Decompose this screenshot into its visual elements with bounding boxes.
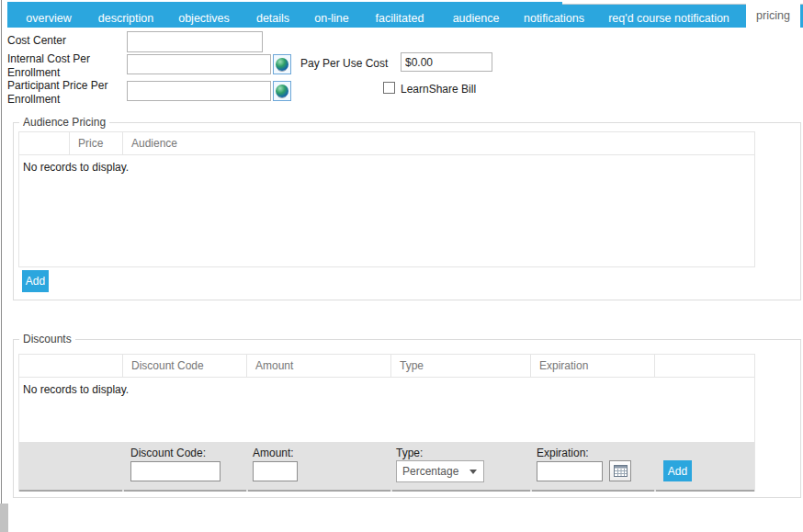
column-header-amount: Amount: [247, 355, 391, 377]
amount-field-label: Amount:: [253, 447, 294, 459]
audience-pricing-table: Price Audience No records to display.: [18, 131, 755, 267]
column-header-discount-code: Discount Code: [123, 355, 247, 377]
tab-overview[interactable]: overview: [26, 12, 71, 25]
column-header-expiration: Expiration: [531, 355, 655, 377]
discounts-add-button[interactable]: Add: [663, 460, 692, 481]
footer-border-segment: [248, 490, 390, 492]
participant-price-input[interactable]: [127, 81, 271, 101]
globe-icon: [276, 85, 288, 97]
audience-pricing-header-row: Price Audience: [19, 132, 754, 155]
footer-border-segment: [532, 490, 654, 492]
column-header-price: Price: [70, 132, 123, 154]
type-select[interactable]: Percentage: [396, 460, 484, 482]
tab-pricing[interactable]: pricing: [746, 4, 800, 28]
column-header-audience: Audience: [123, 132, 754, 154]
expiration-field-label: Expiration:: [537, 447, 589, 459]
audience-pricing-legend: Audience Pricing: [19, 116, 109, 129]
learnshare-bill-checkbox[interactable]: [383, 82, 395, 94]
internal-cost-input[interactable]: [127, 54, 271, 74]
pricing-page: { "accent_color": "#2BA6DE", "tabs": { "…: [0, 0, 803, 532]
tab-notifications[interactable]: notifications: [524, 12, 584, 25]
internal-cost-label: Internal Cost Per Enrollment: [7, 52, 116, 80]
tab-on-line[interactable]: on-line: [314, 12, 349, 25]
discount-code-field-label: Discount Code:: [130, 447, 206, 459]
tab-facilitated[interactable]: facilitated: [376, 12, 424, 25]
audience-pricing-empty-text: No records to display.: [19, 155, 754, 174]
chevron-down-icon: [469, 470, 477, 474]
footer-border-segment: [19, 490, 122, 492]
bottom-left-corner: [0, 504, 8, 532]
internal-cost-currency-button[interactable]: [273, 54, 291, 74]
discount-code-input[interactable]: [130, 461, 221, 481]
discounts-insert-row: [19, 442, 754, 492]
column-header-blank: [19, 132, 70, 154]
page-left-border: [1, 0, 2, 532]
tab-details[interactable]: details: [256, 12, 289, 25]
amount-input[interactable]: [253, 461, 298, 481]
pay-per-use-input[interactable]: [401, 52, 492, 72]
tab-reqd-course-notification[interactable]: req'd course notification: [608, 12, 729, 25]
calendar-icon: [614, 465, 628, 477]
discounts-legend: Discounts: [19, 333, 75, 345]
discounts-header-row: Discount Code Amount Type Expiration: [19, 355, 754, 378]
column-header-blank: [655, 355, 754, 377]
footer-border-segment: [656, 490, 754, 492]
tab-objectives[interactable]: objectives: [178, 12, 230, 25]
learnshare-bill-label: LearnShare Bill: [401, 83, 476, 96]
column-header-blank: [19, 355, 123, 377]
cost-center-input[interactable]: [127, 31, 263, 52]
cost-center-label: Cost Center: [7, 34, 66, 48]
tab-description[interactable]: description: [98, 12, 153, 25]
expiration-calendar-button[interactable]: [609, 460, 631, 481]
participant-price-label: Participant Price Per Enrollment: [7, 79, 116, 107]
column-header-type: Type: [391, 355, 531, 377]
footer-border-segment: [392, 490, 530, 492]
type-select-value: Percentage: [397, 465, 469, 478]
discounts-empty-text: No records to display.: [19, 378, 754, 396]
type-field-label: Type:: [396, 447, 423, 459]
participant-price-currency-button[interactable]: [273, 81, 291, 101]
globe-icon: [276, 58, 288, 71]
audience-pricing-add-button[interactable]: Add: [22, 270, 49, 292]
footer-border-segment: [124, 490, 246, 492]
tab-audience[interactable]: audience: [453, 12, 500, 25]
pay-per-use-label: Pay Per Use Cost: [300, 57, 388, 71]
expiration-input[interactable]: [537, 461, 603, 481]
